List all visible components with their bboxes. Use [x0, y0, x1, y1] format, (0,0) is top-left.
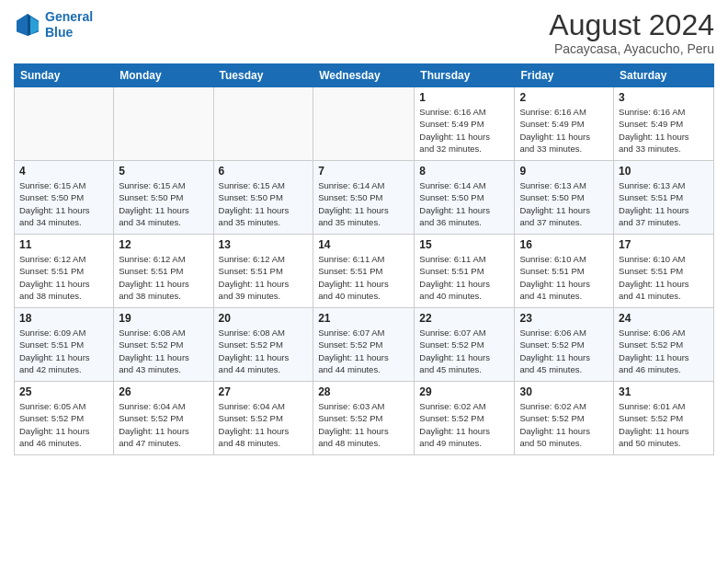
logo-line2: Blue [45, 25, 73, 40]
calendar-cell: 16Sunrise: 6:10 AM Sunset: 5:51 PM Dayli… [515, 235, 614, 308]
day-info: Sunrise: 6:07 AM Sunset: 5:52 PM Dayligh… [419, 327, 509, 375]
calendar-cell: 24Sunrise: 6:06 AM Sunset: 5:52 PM Dayli… [614, 308, 714, 382]
day-number: 8 [419, 165, 509, 178]
calendar-cell [313, 87, 415, 161]
logo-line1: General [45, 9, 93, 24]
calendar-week-row: 11Sunrise: 6:12 AM Sunset: 5:51 PM Dayli… [15, 235, 714, 308]
day-info: Sunrise: 6:08 AM Sunset: 5:52 PM Dayligh… [219, 327, 309, 375]
svg-marker-2 [28, 14, 30, 36]
calendar-cell: 14Sunrise: 6:11 AM Sunset: 5:51 PM Dayli… [313, 235, 415, 308]
day-info: Sunrise: 6:14 AM Sunset: 5:50 PM Dayligh… [419, 179, 509, 228]
calendar-cell: 7Sunrise: 6:14 AM Sunset: 5:50 PM Daylig… [313, 161, 415, 235]
calendar-cell: 30Sunrise: 6:02 AM Sunset: 5:52 PM Dayli… [515, 382, 614, 455]
day-number: 26 [119, 385, 208, 398]
calendar-cell: 20Sunrise: 6:08 AM Sunset: 5:52 PM Dayli… [213, 308, 313, 382]
main-title: August 2024 [549, 9, 714, 41]
day-number: 22 [419, 312, 509, 325]
day-number: 5 [119, 165, 208, 178]
day-info: Sunrise: 6:13 AM Sunset: 5:50 PM Dayligh… [519, 179, 609, 228]
weekday-header-monday: Monday [114, 64, 213, 87]
day-info: Sunrise: 6:16 AM Sunset: 5:49 PM Dayligh… [419, 106, 509, 155]
day-info: Sunrise: 6:15 AM Sunset: 5:50 PM Dayligh… [19, 179, 108, 228]
day-info: Sunrise: 6:14 AM Sunset: 5:50 PM Dayligh… [318, 179, 409, 228]
day-number: 6 [219, 165, 309, 178]
day-number: 12 [119, 238, 208, 251]
calendar-week-row: 1Sunrise: 6:16 AM Sunset: 5:49 PM Daylig… [15, 87, 714, 161]
calendar-cell: 31Sunrise: 6:01 AM Sunset: 5:52 PM Dayli… [614, 382, 714, 455]
day-info: Sunrise: 6:05 AM Sunset: 5:52 PM Dayligh… [19, 400, 108, 449]
calendar-cell: 12Sunrise: 6:12 AM Sunset: 5:51 PM Dayli… [114, 235, 213, 308]
calendar-week-row: 25Sunrise: 6:05 AM Sunset: 5:52 PM Dayli… [15, 382, 714, 455]
day-number: 29 [419, 385, 509, 398]
day-number: 7 [318, 165, 409, 178]
day-info: Sunrise: 6:16 AM Sunset: 5:49 PM Dayligh… [619, 106, 709, 155]
calendar-cell [213, 87, 313, 161]
day-number: 16 [519, 238, 609, 251]
day-info: Sunrise: 6:12 AM Sunset: 5:51 PM Dayligh… [219, 253, 309, 302]
day-info: Sunrise: 6:15 AM Sunset: 5:50 PM Dayligh… [119, 179, 208, 228]
day-info: Sunrise: 6:08 AM Sunset: 5:52 PM Dayligh… [119, 327, 208, 375]
day-number: 14 [318, 238, 409, 251]
calendar-cell [114, 87, 213, 161]
header: General Blue August 2024 Pacaycasa, Ayac… [14, 9, 714, 56]
day-info: Sunrise: 6:03 AM Sunset: 5:52 PM Dayligh… [318, 400, 409, 449]
calendar-cell: 21Sunrise: 6:07 AM Sunset: 5:52 PM Dayli… [313, 308, 415, 382]
calendar-cell: 4Sunrise: 6:15 AM Sunset: 5:50 PM Daylig… [15, 161, 114, 235]
calendar-cell: 1Sunrise: 6:16 AM Sunset: 5:49 PM Daylig… [415, 87, 515, 161]
title-block: August 2024 Pacaycasa, Ayacucho, Peru [549, 9, 714, 56]
day-number: 9 [519, 165, 609, 178]
day-info: Sunrise: 6:10 AM Sunset: 5:51 PM Dayligh… [519, 253, 609, 302]
day-number: 18 [19, 312, 108, 325]
calendar-cell: 25Sunrise: 6:05 AM Sunset: 5:52 PM Dayli… [15, 382, 114, 455]
day-info: Sunrise: 6:06 AM Sunset: 5:52 PM Dayligh… [519, 327, 609, 375]
page: General Blue August 2024 Pacaycasa, Ayac… [0, 0, 728, 563]
calendar-table: SundayMondayTuesdayWednesdayThursdayFrid… [14, 63, 714, 455]
calendar-cell: 13Sunrise: 6:12 AM Sunset: 5:51 PM Dayli… [213, 235, 313, 308]
calendar-cell: 9Sunrise: 6:13 AM Sunset: 5:50 PM Daylig… [515, 161, 614, 235]
day-number: 4 [19, 165, 108, 178]
weekday-header-thursday: Thursday [415, 64, 515, 87]
calendar-cell: 15Sunrise: 6:11 AM Sunset: 5:51 PM Dayli… [415, 235, 515, 308]
day-info: Sunrise: 6:13 AM Sunset: 5:51 PM Dayligh… [619, 179, 709, 228]
calendar-cell: 27Sunrise: 6:04 AM Sunset: 5:52 PM Dayli… [213, 382, 313, 455]
weekday-header-wednesday: Wednesday [313, 64, 415, 87]
calendar-cell: 17Sunrise: 6:10 AM Sunset: 5:51 PM Dayli… [614, 235, 714, 308]
weekday-header-tuesday: Tuesday [213, 64, 313, 87]
day-info: Sunrise: 6:11 AM Sunset: 5:51 PM Dayligh… [318, 253, 409, 302]
calendar-cell [15, 87, 114, 161]
day-info: Sunrise: 6:07 AM Sunset: 5:52 PM Dayligh… [318, 327, 409, 375]
day-info: Sunrise: 6:04 AM Sunset: 5:52 PM Dayligh… [119, 400, 208, 449]
calendar-cell: 18Sunrise: 6:09 AM Sunset: 5:51 PM Dayli… [15, 308, 114, 382]
calendar-cell: 6Sunrise: 6:15 AM Sunset: 5:50 PM Daylig… [213, 161, 313, 235]
calendar-cell: 10Sunrise: 6:13 AM Sunset: 5:51 PM Dayli… [614, 161, 714, 235]
calendar-cell: 23Sunrise: 6:06 AM Sunset: 5:52 PM Dayli… [515, 308, 614, 382]
calendar-cell: 29Sunrise: 6:02 AM Sunset: 5:52 PM Dayli… [415, 382, 515, 455]
calendar-cell: 22Sunrise: 6:07 AM Sunset: 5:52 PM Dayli… [415, 308, 515, 382]
day-number: 23 [519, 312, 609, 325]
day-number: 27 [219, 385, 309, 398]
day-number: 24 [619, 312, 709, 325]
calendar-cell: 19Sunrise: 6:08 AM Sunset: 5:52 PM Dayli… [114, 308, 213, 382]
weekday-header-row: SundayMondayTuesdayWednesdayThursdayFrid… [15, 64, 714, 87]
day-number: 20 [219, 312, 309, 325]
day-number: 21 [318, 312, 409, 325]
day-number: 1 [419, 91, 509, 104]
day-info: Sunrise: 6:12 AM Sunset: 5:51 PM Dayligh… [119, 253, 208, 302]
day-number: 2 [519, 91, 609, 104]
logo-icon [14, 11, 41, 39]
calendar-cell: 28Sunrise: 6:03 AM Sunset: 5:52 PM Dayli… [313, 382, 415, 455]
day-info: Sunrise: 6:09 AM Sunset: 5:51 PM Dayligh… [19, 327, 108, 375]
day-number: 11 [19, 238, 108, 251]
day-number: 25 [19, 385, 108, 398]
day-number: 3 [619, 91, 709, 104]
calendar-cell: 2Sunrise: 6:16 AM Sunset: 5:49 PM Daylig… [515, 87, 614, 161]
logo: General Blue [14, 9, 93, 40]
day-info: Sunrise: 6:11 AM Sunset: 5:51 PM Dayligh… [419, 253, 509, 302]
logo-text: General Blue [45, 9, 93, 40]
day-info: Sunrise: 6:04 AM Sunset: 5:52 PM Dayligh… [219, 400, 309, 449]
weekday-header-saturday: Saturday [614, 64, 714, 87]
day-number: 17 [619, 238, 709, 251]
weekday-header-sunday: Sunday [15, 64, 114, 87]
calendar-cell: 11Sunrise: 6:12 AM Sunset: 5:51 PM Dayli… [15, 235, 114, 308]
day-number: 19 [119, 312, 208, 325]
